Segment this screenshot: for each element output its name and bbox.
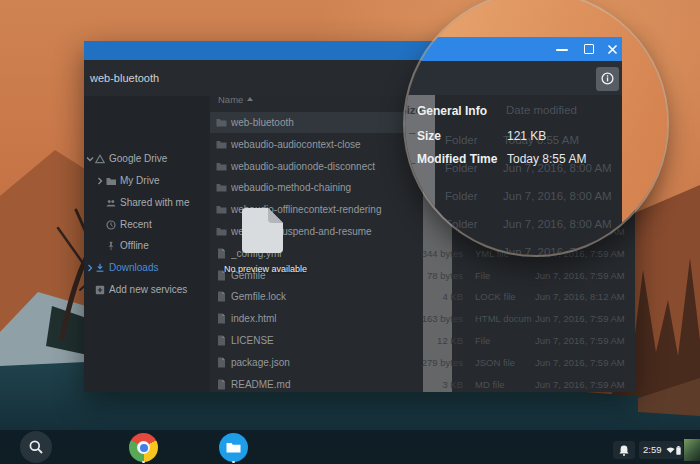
- file-icon: [216, 313, 227, 324]
- chevron-right-icon: [96, 177, 104, 185]
- sidebar-item[interactable]: Add new services: [84, 280, 210, 300]
- launcher-button[interactable]: [20, 431, 52, 463]
- files-app-icon[interactable]: [219, 433, 248, 462]
- row-date: Jun 7, 2016, 8:00 AM: [503, 217, 612, 231]
- sidebar-item[interactable]: Google Drive: [84, 149, 210, 169]
- people-icon: [106, 198, 116, 208]
- chrome-app-icon[interactable]: [129, 433, 158, 462]
- sidebar-item[interactable]: Shared with me: [84, 193, 210, 213]
- add-icon: [95, 285, 105, 295]
- sidebar-item[interactable]: Recent: [84, 215, 210, 235]
- sidebar-item[interactable]: My Drive: [84, 171, 210, 191]
- list-row-magnified: Folder Jun 7, 2016, 8:00 AM: [405, 189, 622, 203]
- file-icon: [216, 379, 227, 390]
- sidebar: Google Drive My Drive Shared with me: [84, 96, 210, 392]
- download-icon: [95, 263, 105, 273]
- file-icon: [216, 291, 227, 302]
- file-name: Gemfile.lock: [231, 286, 391, 307]
- chevron-down-icon: [86, 155, 94, 163]
- magnifier-circle: Size – – Date modified Folder Today 8:55…: [405, 0, 667, 255]
- table-row[interactable]: index.html 163 bytes HTML docum… Jun 7, …: [210, 308, 635, 329]
- file-size: 3 KB: [393, 374, 463, 395]
- folder-icon: [216, 226, 227, 237]
- file-type: JSON file: [475, 352, 533, 373]
- pin-icon: [106, 241, 116, 251]
- file-size: 4 KB: [393, 286, 463, 307]
- file-name: web-bluetooth: [231, 112, 391, 133]
- file-type: MD file: [475, 374, 533, 395]
- file-type: File: [475, 265, 533, 286]
- folder-icon: [106, 176, 116, 186]
- page-title: web-bluetooth: [90, 60, 159, 96]
- file-size: 163 bytes: [393, 308, 463, 329]
- sidebar-item[interactable]: Offline: [84, 236, 210, 256]
- sidebar-item-label: Google Drive: [109, 149, 167, 169]
- file-size: 279 bytes: [393, 352, 463, 373]
- avatar[interactable]: [684, 439, 700, 461]
- row-type: Folder: [445, 189, 478, 203]
- file-type: LOCK file: [475, 286, 533, 307]
- info-panel-row: Modified Time Today 8:55 AM: [405, 152, 622, 166]
- info-button[interactable]: [596, 67, 619, 91]
- chromeos-desktop: web-bluetooth Google Drive My Drive: [0, 0, 700, 464]
- row-date: Jun 7, 2016, 8:00 AM: [503, 189, 612, 203]
- table-row[interactable]: package.json 279 bytes JSON file Jun 7, …: [210, 352, 635, 373]
- shelf: [0, 430, 700, 464]
- chrome-icon-center: [140, 444, 148, 452]
- battery-icon: [676, 446, 681, 455]
- sidebar-item-label: Downloads: [109, 258, 158, 278]
- sidebar-item-label: Shared with me: [120, 193, 189, 213]
- info-label: Size: [417, 129, 441, 143]
- folder-icon: [216, 182, 227, 193]
- file-date: Jun 7, 2016, 7:59 AM: [535, 374, 635, 395]
- folder-icon: [216, 139, 227, 150]
- date-column-header: Date modified: [506, 104, 577, 116]
- table-row[interactable]: Gemfile.lock 4 KB LOCK file Jun 7, 2016,…: [210, 286, 635, 307]
- sidebar-item-label: Recent: [120, 215, 152, 235]
- folder-icon: [226, 442, 241, 453]
- sidebar-item-label: Add new services: [109, 280, 187, 300]
- close-icon[interactable]: [607, 44, 618, 55]
- file-icon: [216, 357, 227, 368]
- file-date: Jun 7, 2016, 7:59 AM: [535, 308, 635, 329]
- info-value: Today 8:55 AM: [507, 152, 586, 166]
- notification-button[interactable]: [613, 441, 635, 459]
- file-name: webaudio-audiocontext-close: [231, 134, 391, 155]
- info-label: Modified Time: [417, 152, 497, 166]
- file-icon: [216, 335, 227, 346]
- sidebar-item-label: My Drive: [120, 171, 159, 191]
- table-row[interactable]: README.md 3 KB MD file Jun 7, 2016, 7:59…: [210, 374, 635, 395]
- sort-caret-icon: [247, 97, 253, 101]
- minimize-icon[interactable]: [556, 49, 568, 51]
- wifi-icon: [666, 446, 675, 454]
- file-type: File: [475, 330, 533, 351]
- toolbar: [405, 61, 622, 95]
- file-name: LICENSE: [231, 330, 391, 351]
- folder-icon: [216, 117, 227, 128]
- clock-icon: [106, 220, 116, 230]
- file-size: 344 bytes: [393, 243, 463, 264]
- file-date: Jun 7, 2016, 7:59 AM: [535, 330, 635, 351]
- file-name: webaudio-method-chaining: [231, 177, 391, 198]
- file-name: README.md: [231, 374, 391, 395]
- clock: 2:59: [643, 441, 662, 459]
- file-size: 12 KB: [393, 330, 463, 351]
- sidebar-item-label: Offline: [120, 236, 149, 256]
- general-info-title: General Info: [417, 104, 487, 118]
- table-row[interactable]: LICENSE 12 KB File Jun 7, 2016, 7:59 AM: [210, 330, 635, 351]
- sidebar-item[interactable]: Downloads: [84, 258, 210, 278]
- bell-icon: [619, 445, 629, 456]
- drive-icon: [95, 154, 105, 164]
- running-app-indicator: [142, 461, 145, 463]
- file-name: index.html: [231, 308, 391, 329]
- file-name: package.json: [231, 352, 391, 373]
- column-header-name[interactable]: Name: [218, 92, 253, 108]
- info-value: 121 KB: [507, 129, 546, 143]
- file-type: HTML docum…: [475, 308, 533, 329]
- status-tray[interactable]: 2:59: [639, 441, 683, 459]
- file-date: Jun 7, 2016, 7:59 AM: [535, 265, 635, 286]
- file-preview: No preview available: [242, 208, 362, 283]
- preview-message: No preview available: [224, 264, 380, 274]
- maximize-icon[interactable]: [584, 44, 594, 54]
- folder-icon: [216, 161, 227, 172]
